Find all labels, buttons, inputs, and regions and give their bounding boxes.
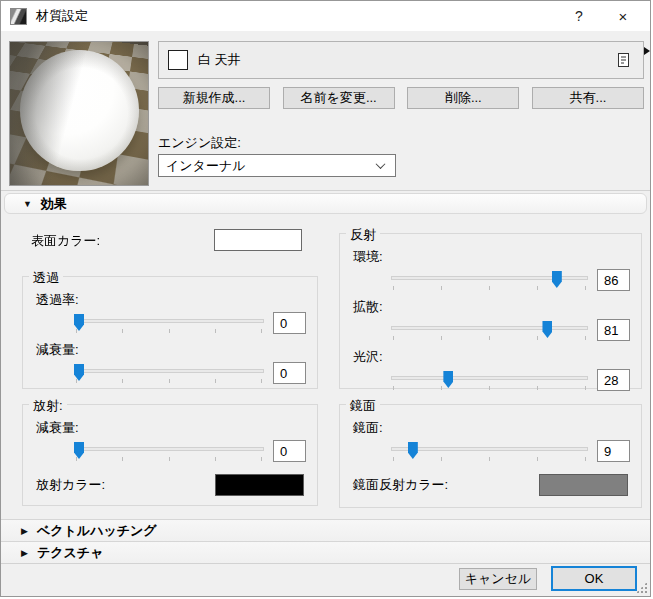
section-label-texture: テクスチャ	[37, 544, 104, 562]
diffuse-value[interactable]: 81	[597, 319, 630, 341]
emission-attenuation-label: 減衰量:	[36, 419, 306, 437]
material-name: 白 天井	[198, 51, 241, 69]
resize-grip[interactable]	[636, 582, 647, 593]
environment-label: 環境:	[353, 248, 630, 266]
slider-ticks	[393, 286, 586, 291]
divider	[1, 563, 650, 564]
group-emission: 放射: 減衰量: 0 放射カラー:	[22, 404, 318, 506]
section-label-vector-hatching: ベクトルハッチング	[37, 522, 157, 540]
group-specular: 鏡面 鏡面: 9 鏡面反射カラー:	[339, 404, 642, 508]
help-button[interactable]: ?	[558, 1, 600, 31]
window-title: 材質設定	[36, 7, 88, 25]
rename-button[interactable]: 名前を変更...	[283, 87, 395, 109]
material-color-indicator	[168, 50, 188, 70]
transparency-attenuation-value[interactable]: 0	[273, 362, 306, 384]
group-title-reflection: 反射	[346, 226, 380, 244]
group-transparency: 透過 透過率: 0 減衰量: 0	[22, 276, 318, 389]
specular-value[interactable]: 9	[597, 440, 630, 462]
slider-track[interactable]	[74, 447, 264, 451]
slider-ticks	[393, 386, 586, 391]
specular-slider[interactable]	[391, 440, 588, 462]
specular-reflection-color-swatch[interactable]	[539, 474, 628, 496]
environment-value[interactable]: 86	[597, 269, 630, 291]
document-icon[interactable]	[617, 52, 630, 68]
emission-attenuation-slider[interactable]	[74, 440, 264, 462]
slider-ticks	[393, 457, 586, 462]
slider-ticks	[76, 379, 262, 384]
section-header-texture[interactable]: ▶ テクスチャ	[1, 541, 650, 563]
material-name-field[interactable]: 白 天井	[158, 41, 644, 79]
group-title-transparency: 透過	[29, 269, 63, 287]
emission-color-label: 放射カラー:	[36, 476, 105, 494]
share-button[interactable]: 共有...	[532, 87, 644, 109]
collapsed-triangle-icon: ▶	[21, 526, 28, 536]
diffuse-label: 拡散:	[353, 298, 630, 316]
surface-color-swatch[interactable]	[214, 229, 302, 251]
surface-color-label: 表面カラー:	[31, 232, 100, 250]
chevron-down-icon	[376, 159, 386, 169]
engine-settings-label: エンジン設定:	[158, 134, 241, 152]
preview-vignette	[10, 42, 148, 185]
specular-label: 鏡面:	[353, 419, 630, 437]
management-buttons: 新規作成... 名前を変更... 削除... 共有...	[158, 87, 644, 109]
new-button[interactable]: 新規作成...	[158, 87, 270, 109]
gloss-value[interactable]: 28	[597, 369, 630, 391]
close-icon[interactable]: ×	[600, 1, 646, 31]
emission-color-swatch[interactable]	[215, 474, 304, 496]
transmittance-label: 透過率:	[36, 291, 306, 309]
slider-track[interactable]	[391, 376, 588, 380]
section-header-vector-hatching[interactable]: ▶ ベクトルハッチング	[1, 519, 650, 541]
transmittance-value[interactable]: 0	[273, 312, 306, 334]
material-settings-dialog: 材質設定 ? × 白 天井 新規作成... 名前を変更... 削除... 共有.…	[0, 0, 651, 597]
slider-ticks	[76, 457, 262, 462]
specular-reflection-color-label: 鏡面反射カラー:	[353, 476, 448, 494]
section-header-effects[interactable]: ▼ 効果	[4, 193, 647, 214]
slider-track[interactable]	[74, 369, 264, 373]
transparency-attenuation-slider[interactable]	[74, 362, 264, 384]
transparency-attenuation-label: 減衰量:	[36, 341, 306, 359]
environment-slider[interactable]	[391, 269, 588, 291]
engine-dropdown-value: インターナル	[166, 157, 246, 175]
delete-button[interactable]: 削除...	[407, 87, 519, 109]
slider-ticks	[76, 329, 262, 334]
group-title-specular: 鏡面	[346, 397, 380, 415]
slider-ticks	[393, 336, 586, 341]
slider-track[interactable]	[391, 447, 588, 451]
engine-dropdown[interactable]: インターナル	[158, 154, 396, 177]
slider-track[interactable]	[74, 319, 264, 323]
divider	[1, 190, 650, 191]
transmittance-slider[interactable]	[74, 312, 264, 334]
gloss-label: 光沢:	[353, 348, 630, 366]
gloss-slider[interactable]	[391, 369, 588, 391]
ok-button[interactable]: OK	[551, 566, 637, 591]
material-preview	[9, 41, 149, 186]
collapsed-triangle-icon: ▶	[21, 548, 28, 558]
emission-attenuation-value[interactable]: 0	[273, 440, 306, 462]
diffuse-slider[interactable]	[391, 319, 588, 341]
group-reflection: 反射 環境: 86 拡散: 81	[339, 233, 642, 389]
title-bar[interactable]: 材質設定 ? ×	[1, 1, 650, 31]
app-icon	[10, 8, 27, 25]
group-title-emission: 放射:	[29, 397, 67, 415]
expanded-triangle-icon: ▼	[23, 199, 32, 209]
slider-track[interactable]	[391, 326, 588, 330]
flyout-arrow-icon[interactable]	[644, 47, 650, 55]
section-label-effects: 効果	[41, 195, 67, 213]
cancel-button[interactable]: キャンセル	[459, 568, 537, 590]
